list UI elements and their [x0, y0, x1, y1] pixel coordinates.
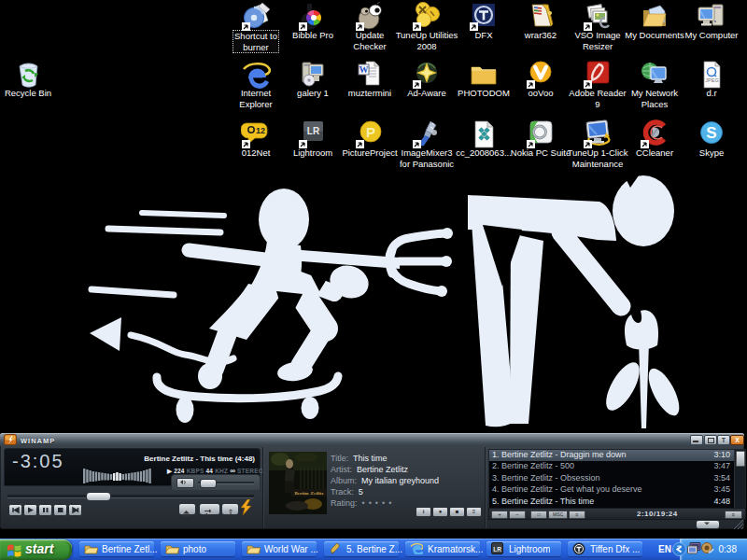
svg-text:LR: LR — [307, 126, 320, 136]
svg-text:LR: LR — [493, 546, 501, 553]
svg-text:P: P — [366, 124, 375, 140]
svg-text:JPEG: JPEG — [705, 77, 718, 83]
svg-text:W: W — [359, 64, 369, 75]
svg-text:S: S — [706, 124, 716, 142]
svg-text:Bertine Zetlitz: Bertine Zetlitz — [295, 491, 325, 496]
svg-text:12: 12 — [256, 126, 265, 135]
